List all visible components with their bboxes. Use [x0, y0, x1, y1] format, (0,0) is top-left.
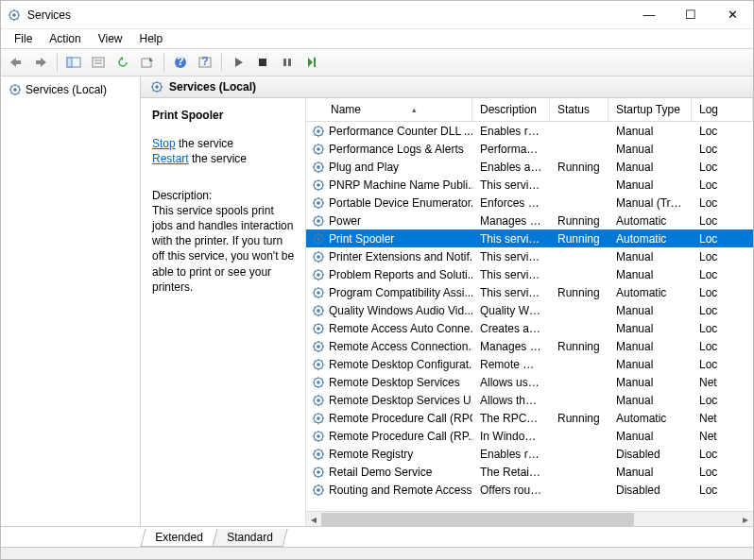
service-row[interactable]: Plug and PlayEnables a c...RunningManual…	[306, 158, 753, 176]
service-row[interactable]: Print SpoolerThis service ...RunningAuto…	[306, 229, 753, 247]
play-button[interactable]	[227, 51, 249, 74]
stop-suffix: the service	[176, 137, 233, 150]
service-icon	[312, 214, 325, 228]
service-name: Print Spooler	[329, 232, 394, 246]
service-desc: Manages di...	[472, 340, 550, 353]
show-hide-tree-button[interactable]	[62, 51, 85, 74]
column-log[interactable]: Log	[692, 98, 753, 121]
service-icon	[312, 394, 325, 407]
column-status[interactable]: Status	[550, 98, 608, 121]
service-row[interactable]: Routing and Remote AccessOffers routi...…	[306, 481, 753, 499]
service-name: Remote Access Connection...	[329, 340, 472, 353]
service-row[interactable]: Remote RegistryEnables rem...DisabledLoc	[306, 445, 753, 463]
service-name: Retail Demo Service	[329, 466, 432, 479]
refresh-button[interactable]	[111, 51, 134, 74]
service-desc: Creates a co...	[472, 322, 550, 335]
service-row[interactable]: Performance Logs & AlertsPerformanc...Ma…	[306, 140, 753, 158]
service-name: Remote Access Auto Conne...	[329, 322, 472, 335]
stop-button[interactable]	[251, 51, 274, 74]
service-row[interactable]: Performance Counter DLL ...Enables rem..…	[306, 122, 753, 140]
service-log: Loc	[692, 125, 753, 138]
forward-button[interactable]	[29, 51, 52, 74]
minimize-button[interactable]: —	[628, 2, 670, 28]
export-button[interactable]	[136, 51, 159, 74]
svg-rect-15	[67, 58, 72, 67]
service-log: Loc	[692, 143, 753, 156]
service-name: Remote Desktop Services	[329, 376, 460, 389]
service-row[interactable]: Remote Procedure Call (RP...In Windows..…	[306, 427, 753, 445]
service-row[interactable]: Remote Desktop Services U...Allows the r…	[306, 391, 753, 409]
column-startup[interactable]: Startup Type	[608, 98, 692, 121]
horizontal-scrollbar[interactable]: ◂ ▸	[306, 511, 753, 526]
service-name: Performance Logs & Alerts	[329, 143, 464, 156]
scroll-left-icon[interactable]: ◂	[306, 512, 321, 527]
service-row[interactable]: PowerManages p...RunningAutomaticLoc	[306, 212, 753, 229]
stop-link[interactable]: Stop	[152, 137, 176, 150]
help-topics-button[interactable]: ?	[194, 51, 216, 74]
tab-standard[interactable]: Standard	[212, 529, 287, 547]
svg-rect-16	[93, 58, 104, 67]
scroll-right-icon[interactable]: ▸	[738, 512, 753, 527]
tab-extended[interactable]: Extended	[140, 529, 217, 547]
service-startup: Automatic	[608, 412, 692, 425]
service-row[interactable]: Portable Device Enumerator...Enforces gr…	[306, 194, 753, 212]
svg-rect-29	[288, 59, 291, 66]
svg-text:?: ?	[177, 56, 183, 68]
service-startup: Manual	[608, 268, 692, 281]
service-row[interactable]: Remote Desktop ServicesAllows user...Man…	[306, 373, 753, 391]
service-row[interactable]: PNRP Machine Name Publi...This service .…	[306, 176, 753, 194]
service-desc: Offers routi...	[472, 484, 550, 497]
service-startup: Disabled	[608, 448, 692, 461]
service-name: Remote Procedure Call (RPC)	[329, 412, 472, 425]
maximize-button[interactable]: ☐	[670, 2, 711, 28]
service-icon	[312, 484, 325, 497]
menu-help[interactable]: Help	[132, 30, 171, 47]
service-row[interactable]: Remote Access Auto Conne...Creates a co.…	[306, 319, 753, 337]
toolbar: ? ?	[1, 48, 753, 76]
service-icon	[312, 250, 325, 263]
column-description[interactable]: Description	[472, 98, 550, 121]
svg-rect-13	[36, 60, 41, 64]
restart-button[interactable]	[300, 51, 323, 74]
service-desc: The RPCSS ...	[472, 412, 550, 425]
restart-link[interactable]: Restart	[152, 152, 189, 165]
service-row[interactable]: Problem Reports and Soluti...This servic…	[306, 265, 753, 283]
service-status: Running	[550, 340, 608, 353]
service-row[interactable]: Remote Access Connection...Manages di...…	[306, 337, 753, 355]
service-row[interactable]: Remote Procedure Call (RPC)The RPCSS ...…	[306, 409, 753, 427]
back-button[interactable]	[5, 51, 27, 74]
service-startup: Manual	[608, 178, 692, 192]
restart-suffix: the service	[189, 152, 247, 165]
service-startup: Manual	[608, 340, 692, 353]
service-row[interactable]: Program Compatibility Assi...This servic…	[306, 283, 753, 301]
help-button[interactable]: ?	[169, 51, 192, 74]
service-log: Loc	[692, 250, 753, 263]
menu-view[interactable]: View	[91, 30, 130, 47]
menu-action[interactable]: Action	[42, 30, 88, 47]
service-log: Loc	[692, 232, 753, 246]
service-row[interactable]: Quality Windows Audio Vid...Quality Win.…	[306, 301, 753, 319]
scroll-thumb[interactable]	[321, 513, 634, 526]
service-icon	[312, 448, 325, 461]
svg-text:?: ?	[201, 56, 208, 68]
menu-file[interactable]: File	[7, 30, 40, 47]
service-desc: Allows the r...	[472, 394, 550, 407]
properties-button[interactable]	[87, 51, 110, 74]
pause-button[interactable]	[276, 51, 299, 74]
window-title: Services	[27, 8, 71, 22]
service-row[interactable]: Printer Extensions and Notif...This serv…	[306, 247, 753, 265]
svg-marker-26	[235, 58, 243, 67]
service-log: Loc	[692, 268, 753, 281]
close-button[interactable]: ✕	[711, 2, 753, 28]
service-startup: Manual	[608, 376, 692, 389]
tree-item-services-local[interactable]: Services (Local)	[1, 80, 140, 99]
service-row[interactable]: Remote Desktop Configurat...Remote Des..…	[306, 355, 753, 373]
sort-asc-icon: ▴	[412, 105, 417, 114]
service-desc: The Retail D...	[472, 466, 550, 479]
service-row[interactable]: Retail Demo ServiceThe Retail D...Manual…	[306, 463, 753, 481]
service-startup: Manual	[608, 430, 692, 443]
column-name[interactable]: Name▴	[306, 98, 472, 121]
service-log: Loc	[692, 484, 753, 497]
service-log: Loc	[692, 286, 753, 299]
svg-marker-12	[41, 58, 46, 67]
